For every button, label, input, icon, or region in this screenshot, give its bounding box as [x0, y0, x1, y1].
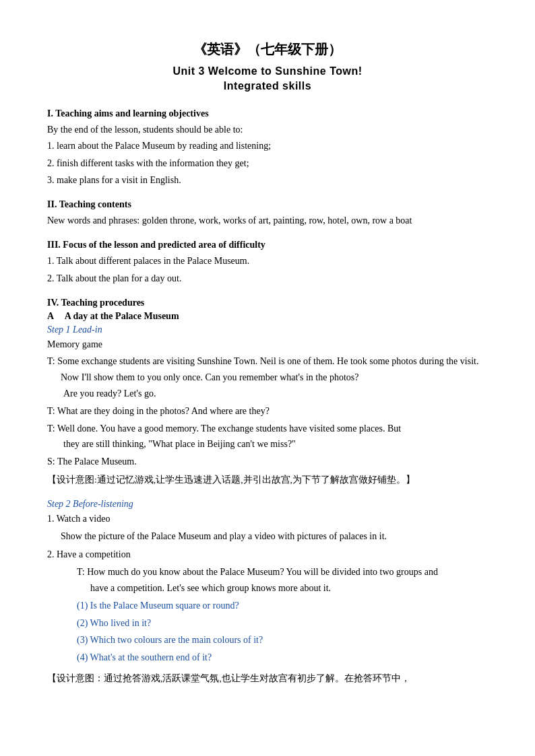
- t1-continuation: Are you ready? Let's go.: [61, 386, 488, 402]
- subsection-a-title: A day at the Palace Museum: [65, 311, 179, 321]
- section-1-item-3: 3. make plans for a visit in English.: [47, 172, 488, 188]
- q1: (1) Is the Palace Museum square or round…: [77, 598, 488, 614]
- bracket-note-2: 【设计意图：通过抢答游戏,活跃课堂气氛,也让学生对故宫有初步了解。在抢答环节中，: [47, 671, 488, 687]
- bracket-note-1: 【设计意图:通过记忆游戏,让学生迅速进入话题,并引出故宫,为下节了解故宫做好铺垫…: [47, 473, 488, 488]
- dialogue-t1: T: Some exchange students are visiting S…: [47, 353, 488, 401]
- step2-item1-desc: Show the picture of the Palace Museum an…: [61, 528, 488, 545]
- step-2-heading: Step 2 Before-listening: [47, 499, 488, 510]
- section-3-item-1: 1. Talk about different palaces in the P…: [47, 253, 488, 269]
- t3-prefix: T:: [47, 423, 57, 434]
- section-2-heading: II. Teaching contents: [47, 199, 488, 210]
- step-1-block: Step 1 Lead-in Memory game T: Some excha…: [47, 324, 488, 488]
- section-4-heading: IV. Teaching procedures: [47, 298, 488, 308]
- t3-text: Well done. You have a good memory. The e…: [57, 423, 401, 434]
- q4: (4) What's at the southern end of it?: [77, 650, 488, 666]
- dialogue-s1: S: The Palace Museum.: [47, 454, 488, 470]
- section-4: IV. Teaching procedures A A day at the P…: [47, 298, 488, 687]
- t1-prefix: T:: [47, 356, 57, 366]
- section-3: III. Focus of the lesson and predicted a…: [47, 240, 488, 287]
- unit-subtitle: Integrated skills: [47, 80, 488, 92]
- unit-title: Unit 3 Welcome to Sunshine Town!: [47, 65, 488, 77]
- section-2-body: New words and phrases: golden throne, wo…: [47, 213, 488, 229]
- step2-questions: (1) Is the Palace Museum square or round…: [47, 598, 488, 666]
- step-1-heading: Step 1 Lead-in: [47, 324, 488, 335]
- step-2-block: Step 2 Before-listening 1. Watch a video…: [47, 499, 488, 687]
- step2-item2-number: 2. Have a competition: [47, 549, 131, 559]
- q2: (2) Who lived in it?: [77, 615, 488, 631]
- section-2: II. Teaching contents New words and phra…: [47, 199, 488, 229]
- section-3-heading: III. Focus of the lesson and predicted a…: [47, 240, 488, 250]
- step-1-memory: Memory game: [47, 337, 488, 353]
- subsection-a: A A day at the Palace Museum: [47, 311, 488, 322]
- step2-item-2: 2. Have a competition: [47, 547, 488, 563]
- dialogue-t2: T: What are they doing in the photos? An…: [47, 403, 488, 419]
- section-1-items: 1. learn about the Palace Museum by read…: [47, 138, 488, 188]
- section-1: I. Teaching aims and learning objectives…: [47, 108, 488, 188]
- page-title: 《英语》（七年级下册）: [47, 40, 488, 59]
- step2-item1-number: 1. Watch a video: [47, 514, 110, 524]
- section-1-intro: By the end of the lesson, students shoul…: [47, 122, 488, 138]
- section-3-item-2: 2. Talk about the plan for a day out.: [47, 271, 488, 287]
- t1-text: Some exchange students are visiting Suns…: [57, 356, 478, 382]
- t3-continuation: they are still thinking, "What place in …: [61, 436, 488, 452]
- q3: (3) Which two colours are the main colou…: [77, 632, 488, 648]
- step2-item-1: 1. Watch a video: [47, 511, 488, 527]
- section-1-item-2: 2. finish different tasks with the infor…: [47, 156, 488, 172]
- section-3-items: 1. Talk about different palaces in the P…: [47, 253, 488, 287]
- section-1-item-1: 1. learn about the Palace Museum by read…: [47, 138, 488, 154]
- section-1-heading: I. Teaching aims and learning objectives: [47, 108, 488, 119]
- dialogue-t4: T: How much do you know about the Palace…: [61, 564, 488, 596]
- subsection-a-label: A: [47, 311, 54, 321]
- dialogue-t3: T: Well done. You have a good memory. Th…: [47, 421, 488, 453]
